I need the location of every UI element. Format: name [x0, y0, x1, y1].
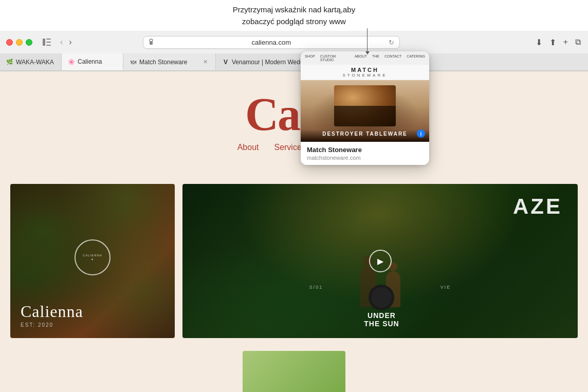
title-bar: ‹ › ↻ ⬇ ⬆ + ⧉ [0, 31, 588, 53]
tooltip-text: Przytrzymaj wskaźnik nad kartą,aby zobac… [233, 4, 355, 27]
calienna-dark-card: CALIENNA✦ Calienna EST: 2020 [10, 184, 175, 338]
url-input[interactable] [157, 39, 385, 46]
right-image-card: AZE ▶ S/01 [182, 184, 578, 382]
forest-card: AZE ▶ S/01 [182, 184, 578, 338]
maximize-traffic-light[interactable] [26, 39, 32, 46]
preview-nav-bar: SHOP CUSTOM STUDIO ABOUT THE CONTACT CAT… [301, 51, 429, 65]
preview-info-icon[interactable]: i [417, 129, 425, 138]
svg-rect-3 [46, 45, 51, 46]
calienna-website: Calie About Services Under T CALIENNA✦ C… [0, 71, 588, 392]
tab-preview-popup: SHOP CUSTOM STUDIO ABOUT THE CONTACT CAT… [301, 51, 429, 165]
address-bar-wrapper: ↻ [143, 36, 400, 49]
preview-nav-items: SHOP CUSTOM STUDIO ABOUT THE CONTACT CAT… [305, 54, 425, 62]
calienna-nav: About Services Under T [0, 143, 588, 152]
svg-rect-1 [46, 39, 51, 40]
left-image-card: CALIENNA✦ Calienna EST: 2020 [10, 184, 175, 382]
svg-rect-4 [150, 41, 153, 45]
traffic-lights [6, 39, 32, 46]
nav-arrows: ‹ › [58, 36, 74, 48]
address-bar[interactable]: ↻ [143, 36, 400, 49]
back-button[interactable]: ‹ [58, 36, 65, 48]
svg-rect-2 [46, 42, 51, 43]
tab-match-label: Match Stoneware [139, 59, 187, 66]
minimize-traffic-light[interactable] [16, 39, 23, 46]
preview-nav-contact: CONTACT [384, 54, 401, 62]
tabs-overview-button[interactable]: ⧉ [574, 36, 582, 48]
preview-footer: Match Stoneware matchstoneware.com [301, 142, 429, 165]
browser-chrome: ‹ › ↻ ⬇ ⬆ + ⧉ � [0, 31, 588, 71]
new-tab-button[interactable]: + [562, 36, 569, 48]
toolbar-right: ⬇ ⬆ + ⧉ [535, 36, 582, 48]
tab-match-stoneware[interactable]: 🍽 Match Stoneware ✕ [123, 53, 216, 70]
security-icon [149, 39, 154, 46]
preview-logo-sub: STONEWARE [303, 73, 427, 78]
card-logo-circle: CALIENNA✦ [75, 239, 111, 275]
preview-site-name: Match Stoneware [307, 146, 423, 154]
tab-waka-label: WAKA-WAKA [16, 59, 54, 66]
tab-venamour-favicon: V [222, 59, 229, 66]
reload-icon[interactable]: ↻ [389, 39, 394, 46]
forest-bottom-strip: S/01 UNDERTHE SUN VIE [182, 285, 578, 328]
svg-rect-0 [43, 39, 45, 46]
downloads-button[interactable]: ⬇ [535, 36, 543, 48]
preview-nav-about: ABOUT [355, 54, 367, 62]
preview-nav-custom: CUSTOM STUDIO [320, 54, 350, 62]
preview-nav-the: THE [372, 54, 379, 62]
tooltip-arrow-line [367, 28, 368, 54]
play-button[interactable]: ▶ [369, 250, 392, 272]
calienna-title: Calie [0, 91, 588, 138]
forest-title-area: AZE [513, 194, 562, 219]
preview-match-logo: MATCH STONEWARE [301, 65, 429, 80]
nav-about[interactable]: About [237, 143, 259, 152]
card-established: EST: 2020 [21, 322, 164, 328]
forward-button[interactable]: › [67, 36, 74, 48]
calienna-logo-area: Calie About Services Under T [0, 71, 588, 152]
tab-calienna-favicon: 🌸 [68, 58, 75, 65]
share-button[interactable]: ⬆ [548, 36, 557, 48]
preview-website-image: DESTROYER TABLEWARE i [301, 80, 429, 142]
tab-waka-favicon: 🌿 [6, 59, 13, 66]
tab-match-favicon: 🍽 [130, 59, 137, 66]
tooltip-line2: zobaczyć podgląd strony www [242, 17, 346, 26]
preview-nav-catering: CATERING [407, 54, 425, 62]
preview-logo-text: MATCH [351, 67, 379, 73]
under-sun-area: UNDERTHE SUN [364, 285, 399, 328]
preview-nav-shop: SHOP [305, 54, 315, 62]
preview-site-url: matchstoneware.com [307, 155, 423, 161]
tab-match-close[interactable]: ✕ [201, 58, 209, 66]
close-traffic-light[interactable] [6, 39, 13, 46]
forest-title: AZE [513, 194, 562, 219]
tab-calienna[interactable]: 🌸 Calienna [62, 53, 123, 70]
tabs-bar: 🌿 WAKA-WAKA 🌸 Calienna 🍽 Match Stoneware… [0, 53, 588, 71]
preview-destroyer-text: DESTROYER TABLEWARE [301, 131, 429, 137]
s01-label: S/01 [309, 285, 323, 328]
main-content: Calie About Services Under T CALIENNA✦ C… [0, 71, 588, 392]
small-bottom-card [243, 351, 345, 392]
vie-label: VIE [440, 285, 451, 328]
tab-calienna-label: Calienna [78, 58, 102, 65]
tooltip-line1: Przytrzymaj wskaźnik nad kartą,aby [233, 5, 355, 14]
sidebar-toggle-button[interactable] [40, 36, 54, 48]
card-brand-name: Calienna [21, 302, 164, 321]
under-sun-title: UNDERTHE SUN [364, 311, 399, 328]
tab-waka-waka[interactable]: 🌿 WAKA-WAKA [0, 53, 62, 70]
